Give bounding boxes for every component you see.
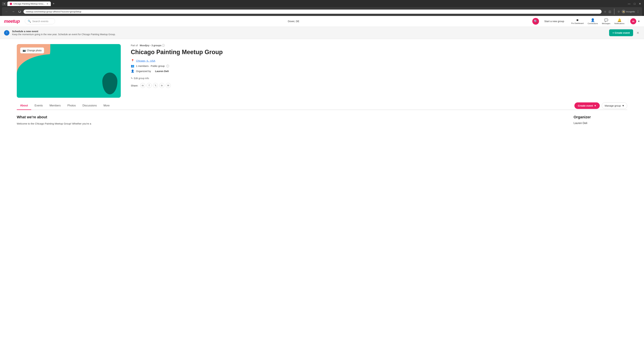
organizer-panel: Organizer Lauren Deli — [574, 115, 627, 126]
notifications-icon: 🔔 — [617, 18, 622, 22]
user-menu-chevron-icon[interactable]: ▼ — [638, 20, 640, 23]
meetup-logo[interactable]: meetup — [4, 18, 20, 24]
about-section: What we're about Welcome to the Chicago … — [17, 110, 627, 131]
nav-icons: ■ Pro Dashboard 👤 Connections 💬 Messages… — [570, 17, 640, 25]
change-photo-label: Change photo — [27, 49, 42, 52]
tab-about[interactable]: About — [17, 102, 31, 110]
location-text[interactable]: Dover, DE — [58, 20, 529, 23]
reload-button[interactable] — [18, 10, 22, 13]
search-button[interactable]: 🔍 — [532, 18, 539, 25]
menu-button[interactable]: ⋮ — [636, 9, 640, 14]
location-icon: 📍 — [131, 59, 134, 62]
bookmark-button[interactable]: ☆ — [603, 9, 607, 14]
tab-more[interactable]: More — [100, 102, 113, 110]
tab-events[interactable]: Events — [31, 102, 46, 110]
create-event-button[interactable]: Create event ▼ — [574, 102, 600, 109]
group-tabs: About Events Members Photos Discussions … — [17, 102, 627, 110]
organizer-row: 👤 Organized by Lauren Deli — [131, 69, 627, 73]
share-linkedin-button[interactable]: in — [159, 83, 164, 88]
share-meetup-button[interactable]: m — [140, 83, 145, 88]
search-icon: 🔍 — [28, 19, 31, 23]
tab-group-button[interactable]: ▼ — [2, 2, 7, 6]
top-navigation: meetup 🔍 Search events Dover, DE 🔍 Start… — [0, 16, 644, 27]
search-placeholder: Search events — [32, 20, 48, 23]
manage-group-chevron-icon: ▼ — [622, 104, 624, 107]
notifications-nav-item[interactable]: 🔔 Notifications — [613, 17, 626, 25]
messages-nav-item[interactable]: 💬 Messages — [600, 17, 612, 25]
edit-group-info-link[interactable]: ✎ Edit group info — [131, 77, 627, 80]
banner-close-button[interactable]: ✕ — [636, 30, 640, 35]
browser-actions: ☆ ◫ ☺ 🕵 Incognito ⋮ — [603, 8, 640, 14]
tabs-list: About Events Members Photos Discussions … — [17, 102, 113, 110]
share-label: Share: — [131, 84, 138, 87]
user-avatar[interactable]: m — [630, 18, 636, 24]
connections-nav-item[interactable]: 👤 Connections — [586, 17, 600, 25]
about-text: Welcome to the Chicago Painting Meetup G… — [17, 122, 564, 126]
pro-dashboard-label: Pro Dashboard — [571, 22, 584, 24]
organizer-icon: 👤 — [131, 69, 134, 73]
tab-favicon — [10, 3, 12, 5]
banner-text-block: Schedule a new event Keep the momentum g… — [12, 30, 606, 36]
edit-link-label: Edit group info — [134, 77, 149, 80]
site-content: meetup 🔍 Search events Dover, DE 🔍 Start… — [0, 16, 644, 131]
create-event-label: Create event — [578, 104, 593, 107]
banner-title: Schedule a new event — [12, 30, 606, 33]
group-hero-image: 📷 Change photo — [17, 44, 121, 98]
new-tab-button[interactable]: + — [52, 1, 56, 6]
share-facebook-button[interactable]: f — [146, 83, 152, 88]
incognito-badge[interactable]: 🕵 Incognito — [622, 10, 635, 13]
address-text: meetup.com/meetup-group-ulfhsivo/?succes… — [26, 10, 599, 13]
share-email-button[interactable]: ✉ — [166, 83, 171, 88]
profile-button[interactable]: ☺ — [617, 9, 621, 14]
main-content: 📷 Change photo Part of Moodjoy - 3 group… — [0, 39, 644, 131]
members-row: 👥 1 members · Public group i — [131, 64, 627, 68]
hero-blob-dark — [102, 72, 118, 94]
close-button[interactable]: ✕ — [638, 2, 642, 5]
group-title: Chicago Painting Meetup Group — [131, 48, 627, 56]
about-left: What we're about Welcome to the Chicago … — [17, 115, 564, 126]
back-button[interactable]: ← — [4, 9, 9, 14]
tab-close-button[interactable]: ✕ — [46, 3, 48, 5]
organizer-heading: Organizer — [574, 115, 627, 119]
incognito-label: Incognito — [626, 10, 635, 13]
address-bar[interactable]: meetup.com/meetup-group-ulfhsivo/?succes… — [24, 9, 602, 14]
share-twitter-button[interactable]: 𝕏 — [153, 83, 158, 88]
network-link[interactable]: Moodjoy - 3 groups — [140, 44, 161, 47]
banner-description: Keep the momentum going in the new year.… — [12, 33, 606, 36]
organizer-name-display[interactable]: Lauren Deli — [574, 122, 627, 125]
pro-dashboard-icon: ■ — [576, 18, 578, 22]
messages-label: Messages — [602, 22, 610, 24]
browser-controls: ← → meetup.com/meetup-group-ulfhsivo/?su… — [2, 7, 642, 16]
tab-members[interactable]: Members — [46, 102, 64, 110]
tab-photos[interactable]: Photos — [64, 102, 79, 110]
browser-chrome: ▼ Chicago Painting Meetup Grou... ✕ + — … — [0, 0, 644, 16]
location-text[interactable]: Chicago, IL, USA — [136, 59, 155, 62]
tab-discussions[interactable]: Discussions — [79, 102, 100, 110]
change-photo-button[interactable]: 📷 Change photo — [20, 47, 44, 53]
start-group-button[interactable]: Start a new group — [542, 18, 566, 24]
part-of-network: Part of Moodjoy - 3 groups i — [131, 44, 627, 47]
forward-button[interactable]: → — [11, 9, 16, 14]
manage-group-label: Manage group — [604, 104, 621, 107]
network-info-icon[interactable]: i — [162, 44, 165, 47]
hero-blob-teal — [17, 54, 97, 98]
members-info-icon[interactable]: i — [166, 65, 169, 67]
restore-button[interactable]: □ — [633, 2, 636, 5]
search-box[interactable]: 🔍 Search events — [25, 18, 55, 24]
extension-button[interactable]: ◫ — [608, 9, 612, 14]
pro-dashboard-nav-item[interactable]: ■ Pro Dashboard — [570, 17, 585, 25]
tabs-actions: Create event ▼ Manage group ▼ — [574, 102, 627, 109]
group-info: Part of Moodjoy - 3 groups i Chicago Pai… — [131, 44, 627, 88]
share-row: Share: m f 𝕏 in ✉ — [131, 83, 627, 88]
schedule-event-banner: ! Schedule a new event Keep the momentum… — [0, 27, 644, 39]
connections-label: Connections — [588, 22, 598, 24]
minimize-button[interactable]: — — [627, 2, 632, 5]
members-text: 1 members · Public group — [136, 64, 165, 67]
banner-create-event-button[interactable]: + Create event — [609, 29, 633, 36]
manage-group-button[interactable]: Manage group ▼ — [602, 102, 627, 109]
banner-info-icon: ! — [4, 30, 10, 35]
organizer-name[interactable]: Lauren Deli — [155, 70, 169, 72]
active-tab[interactable]: Chicago Painting Meetup Grou... ✕ — [8, 1, 51, 6]
location-row: 📍 Chicago, IL, USA — [131, 59, 627, 62]
browser-tabs: ▼ Chicago Painting Meetup Grou... ✕ + — … — [2, 1, 642, 6]
